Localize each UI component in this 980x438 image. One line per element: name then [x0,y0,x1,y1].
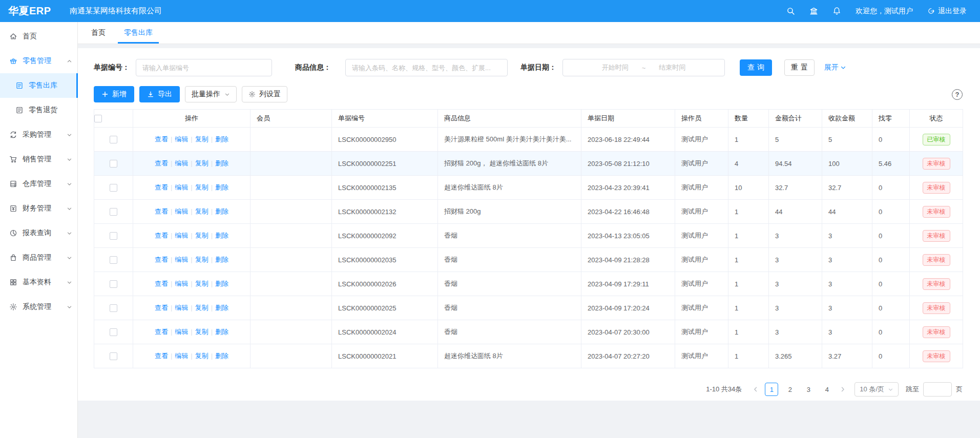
action-复制-link[interactable]: 复制 [195,135,208,143]
sidebar-item-retail-return[interactable]: 零售退货 [0,98,77,122]
action-编辑-link[interactable]: 编辑 [175,232,188,239]
add-label: 新增 [112,90,127,99]
page-number-4[interactable]: 4 [820,383,833,396]
sidebar-item-report[interactable]: 报表查询 [0,221,77,245]
action-separator: | [211,135,213,143]
row-checkbox[interactable] [110,160,117,168]
action-删除-link[interactable]: 删除 [215,280,228,287]
expand-link[interactable]: 展开 [824,63,846,72]
tab-首页[interactable]: 首页 [82,22,115,44]
row-checkbox[interactable] [110,184,117,192]
action-查看-link[interactable]: 查看 [155,256,168,263]
status-cell: 未审核 [910,224,963,248]
action-编辑-link[interactable]: 编辑 [175,183,188,191]
row-checkbox[interactable] [110,352,117,360]
column-settings-button[interactable]: 列设置 [242,86,287,102]
tab-零售出库[interactable]: 零售出库 [115,22,162,44]
action-查看-link[interactable]: 查看 [155,328,168,336]
action-复制-link[interactable]: 复制 [195,183,208,191]
action-查看-link[interactable]: 查看 [155,207,168,215]
sidebar-item-system[interactable]: 系统管理 [0,295,77,319]
help-button[interactable]: ? [952,89,963,100]
batch-actions-button[interactable]: 批量操作 [185,86,237,102]
sidebar-item-basic[interactable]: 基本资料 [0,270,77,295]
action-删除-link[interactable]: 删除 [215,183,228,191]
row-checkbox[interactable] [110,328,117,336]
action-查看-link[interactable]: 查看 [155,183,168,191]
action-查看-link[interactable]: 查看 [155,280,168,287]
page-number-1[interactable]: 1 [765,383,778,396]
chevron-left-icon[interactable] [749,386,762,392]
total-amount-cell: 3 [769,224,822,248]
row-checkbox[interactable] [110,208,117,216]
action-删除-link[interactable]: 删除 [215,304,228,311]
sidebar-item-warehouse[interactable]: 仓库管理 [0,172,77,196]
action-编辑-link[interactable]: 编辑 [175,159,188,167]
sidebar-item-sales[interactable]: 销售管理 [0,147,77,172]
row-checkbox[interactable] [110,304,117,312]
row-checkbox[interactable] [110,280,117,288]
action-删除-link[interactable]: 删除 [215,256,228,263]
action-复制-link[interactable]: 复制 [195,352,208,360]
date-end-placeholder[interactable]: 结束时间 [659,63,685,72]
action-查看-link[interactable]: 查看 [155,304,168,311]
row-checkbox[interactable] [110,232,117,240]
select-all-checkbox[interactable] [94,115,102,122]
filter-bar: 单据编号： 商品信息： 单据日期： 开始时间 ~ 结束时间 查询 重置 展开 [94,48,963,76]
action-编辑-link[interactable]: 编辑 [175,280,188,287]
row-checkbox[interactable] [110,256,117,264]
action-查看-link[interactable]: 查看 [155,352,168,360]
quantity-cell: 1 [728,296,769,320]
action-删除-link[interactable]: 删除 [215,159,228,167]
search-icon[interactable] [786,7,795,15]
page-number-3[interactable]: 3 [802,383,815,396]
action-复制-link[interactable]: 复制 [195,232,208,239]
action-复制-link[interactable]: 复制 [195,304,208,311]
action-复制-link[interactable]: 复制 [195,280,208,287]
action-复制-link[interactable]: 复制 [195,256,208,263]
bill-no-input[interactable] [136,59,272,76]
bank-icon[interactable] [809,7,818,15]
sidebar-item-purchase[interactable]: 采购管理 [0,122,77,147]
date-range-picker[interactable]: 开始时间 ~ 结束时间 [562,59,725,76]
sidebar-submenu-retail: 零售出库零售退货 [0,73,77,122]
row-checkbox[interactable] [110,136,117,143]
logout-button[interactable]: 退出登录 [927,7,967,16]
sidebar-item-finance[interactable]: 财务管理 [0,196,77,221]
action-编辑-link[interactable]: 编辑 [175,207,188,215]
action-查看-link[interactable]: 查看 [155,159,168,167]
sidebar-item-retail-outbound[interactable]: 零售出库 [0,73,77,98]
add-button[interactable]: 新增 [94,86,134,102]
action-复制-link[interactable]: 复制 [195,207,208,215]
action-复制-link[interactable]: 复制 [195,159,208,167]
action-编辑-link[interactable]: 编辑 [175,135,188,143]
action-复制-link[interactable]: 复制 [195,328,208,336]
jump-to-input[interactable] [923,382,952,397]
sidebar-item-retail[interactable]: 零售管理 [0,49,77,73]
export-button[interactable]: 导出 [139,86,180,102]
action-删除-link[interactable]: 删除 [215,135,228,143]
action-查看-link[interactable]: 查看 [155,232,168,239]
sidebar-item-goods[interactable]: 商品管理 [0,245,77,270]
page-number-2[interactable]: 2 [783,383,797,396]
action-编辑-link[interactable]: 编辑 [175,256,188,263]
action-查看-link[interactable]: 查看 [155,135,168,143]
action-编辑-link[interactable]: 编辑 [175,328,188,336]
action-删除-link[interactable]: 删除 [215,352,228,360]
goods-info-input[interactable] [345,59,508,76]
date-start-placeholder[interactable]: 开始时间 [602,63,629,72]
received-amount-cell: 100 [822,152,872,176]
bell-icon[interactable] [832,7,841,15]
chevron-right-icon[interactable] [836,386,849,392]
page-size-select[interactable]: 10 条/页 [854,382,899,397]
reset-button[interactable]: 重置 [784,59,815,76]
action-删除-link[interactable]: 删除 [215,232,228,239]
action-separator: | [211,256,213,263]
action-删除-link[interactable]: 删除 [215,207,228,215]
action-编辑-link[interactable]: 编辑 [175,352,188,360]
sidebar-item-home[interactable]: 首页 [0,24,77,49]
action-编辑-link[interactable]: 编辑 [175,304,188,311]
action-删除-link[interactable]: 删除 [215,328,228,336]
search-button[interactable]: 查询 [740,59,772,76]
operator-cell: 测试用户 [675,320,728,344]
